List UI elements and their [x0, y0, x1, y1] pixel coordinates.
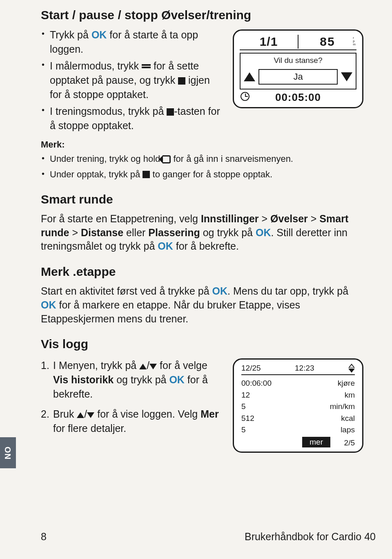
heading-smart-runde: Smart runde [41, 192, 363, 206]
log-page-indicator: 2/5 [330, 438, 355, 447]
smart-runde-paragraph: For å starte en Etappetrening, velg Inns… [41, 212, 363, 253]
device-page-fraction: 1/1 [240, 35, 298, 49]
log-date: 12/25 [241, 364, 261, 373]
stop-icon [167, 108, 174, 116]
bullet-pause: I målermodus, trykk for å sette opptaket… [41, 59, 224, 102]
merk-etappe-paragraph: Start en aktivitet først ved å trykke på… [41, 284, 363, 326]
step-2: 2. Bruk / for å vise loggen. Velg Mer fo… [41, 407, 224, 436]
device-screen-log: 12/25 12:23 00:06:00kjøre 12km 5min/km 5… [233, 358, 363, 453]
heading-merk-etappe: Merk .etappe [41, 265, 363, 279]
device-rpm-value: 85 [320, 35, 335, 49]
triangle-up-icon [77, 412, 84, 418]
ok-label: OK [91, 29, 107, 40]
log-row-duration: 00:06:00kjøre [241, 378, 355, 389]
note-shortcut: Under trening, trykk og hold for å gå in… [41, 152, 363, 165]
device-rpm-unit: rpm [353, 36, 356, 46]
log-mer-button: mer [302, 437, 330, 447]
step-1: 1. I Menyen, trykk på / for å velge Vis … [41, 358, 224, 401]
vis-logg-steps: 1. I Menyen, trykk på / for å velge Vis … [41, 358, 224, 436]
language-tab: NO [0, 437, 16, 468]
device-stop-question: Vil du stanse? [244, 56, 352, 65]
log-row-kcal: 512kcal [241, 413, 355, 425]
triangle-down-icon [87, 412, 94, 418]
stop-icon [178, 77, 185, 85]
triangle-up-icon [244, 72, 255, 81]
triangle-up-icon [139, 364, 147, 369]
triangle-down-icon [149, 364, 157, 369]
note-stop-twice: Under opptak, trykk på to ganger for å s… [41, 168, 363, 181]
bullet-training-stop: I treningsmodus, trykk på -tasten for å … [41, 104, 224, 133]
log-time: 12:23 [295, 364, 314, 373]
bullet-start: Trykk på OK for å starte å ta opp loggen… [41, 28, 224, 56]
clock-icon [241, 92, 249, 101]
heading-start-pause-stopp: Start / pause / stopp Øvelser/trening [41, 8, 363, 22]
log-row-pace: 5min/km [241, 401, 355, 413]
heading-vis-logg: Vis logg [41, 337, 363, 351]
page-number: 8 [41, 531, 47, 543]
stop-icon [143, 171, 150, 178]
pause-icon [142, 64, 151, 68]
device-ja-button: Ja [258, 69, 338, 85]
triangle-down-icon [341, 72, 352, 81]
note-bullets: Under trening, trykk og hold for å gå in… [41, 152, 363, 181]
back-icon [163, 155, 171, 163]
note-label: Merk: [41, 139, 363, 150]
section1-bullets: Trykk på OK for å starte å ta opp loggen… [41, 28, 224, 133]
log-row-distance: 12km [241, 389, 355, 401]
scroll-arrows-icon [348, 364, 355, 373]
device-screen-stop-confirm: 1/1 85 rpm Vil du stanse? Ja 00:05:00 [233, 29, 363, 108]
document-title: Brukerhåndbok for Cardio 40 [245, 531, 376, 543]
log-row-laps: 5laps [241, 424, 355, 436]
device-elapsed-time: 00:05:00 [275, 91, 321, 104]
